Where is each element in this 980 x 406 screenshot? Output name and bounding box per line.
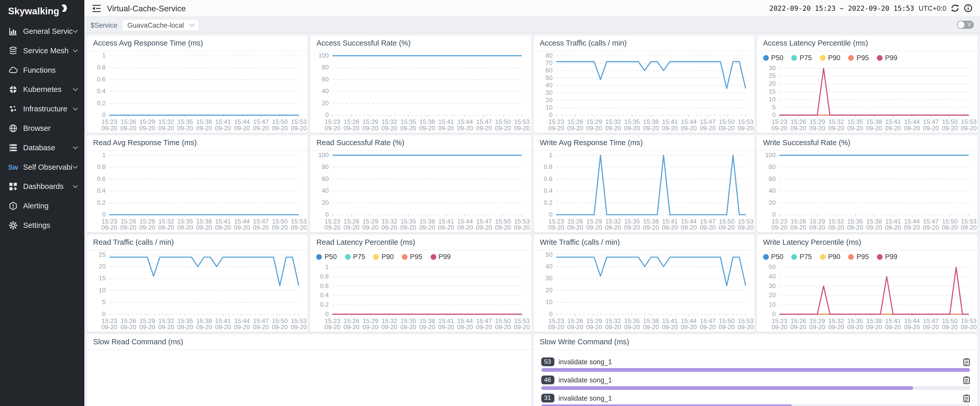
sidebar-item-label: Kubernetes [23,85,72,93]
line-chart: 00.20.40.60.8115:2309-2015:2609-2015:290… [87,51,308,133]
svg-text:15:47: 15:47 [476,317,492,324]
sidebar-item-dashboards[interactable]: Dashboards [0,177,84,196]
refresh-icon[interactable] [951,4,959,13]
globe-icon [9,124,18,132]
sidebar-item-infrastructure[interactable]: Infrastructure [0,99,84,118]
legend-item[interactable]: P90 [820,54,840,61]
line-chart: 0102030405060708015:2309-2015:2609-2015:… [533,51,754,133]
svg-text:15:26: 15:26 [344,317,360,324]
sidebar-item-kubernetes[interactable]: Kubernetes [0,80,84,99]
svg-text:09-20: 09-20 [234,224,250,231]
time-range-picker[interactable]: 2022-09-20 15:23 ~ 2022-09-20 15:53 [769,4,914,12]
svg-text:09-20: 09-20 [344,224,360,231]
sidebar-item-browser[interactable]: Browser [0,118,84,138]
legend-item[interactable]: P99 [877,54,897,61]
svg-text:09-20: 09-20 [942,125,958,131]
svg-text:15:47: 15:47 [253,118,269,125]
svg-text:09-20: 09-20 [719,224,735,231]
svg-text:15:53: 15:53 [737,118,753,125]
svg-text:15:26: 15:26 [567,317,583,324]
svg-text:09-20: 09-20 [885,125,901,131]
sidebar-item-service-mesh[interactable]: Service Mesh [0,41,84,60]
legend-item[interactable]: P95 [848,253,869,261]
svg-text:15:32: 15:32 [382,218,397,225]
chevron-down-icon [189,23,195,27]
svg-text:09-20: 09-20 [438,324,455,331]
svg-text:15:38: 15:38 [196,317,212,324]
copy-icon[interactable] [963,358,970,366]
svg-text:15:53: 15:53 [291,317,307,324]
svg-text:09-20: 09-20 [381,224,398,231]
line-chart: 02040608010015:2309-2015:2609-2015:2909-… [310,51,531,133]
sidebar-item-general-service[interactable]: General Service [0,21,84,41]
panel-title: Read Latency Percentile (ms) [310,235,531,250]
copy-icon[interactable] [963,394,970,402]
sidebar-item-database[interactable]: Database [0,138,84,157]
svg-text:15:29: 15:29 [586,118,602,125]
legend-item[interactable]: P50 [317,253,337,261]
skywalking-sw-icon: Sw [9,163,18,171]
svg-text:40: 40 [322,187,329,194]
duration-badge: 53 [541,357,554,366]
legend-dot-icon [791,55,797,61]
legend-item[interactable]: P50 [763,253,783,261]
info-icon[interactable] [964,4,972,13]
line-chart: P50P75P90P95P9900.20.40.60.8115:2309-201… [310,250,531,332]
svg-text:09-20: 09-20 [139,324,156,331]
svg-text:0.6: 0.6 [97,76,105,83]
svg-text:15:26: 15:26 [567,118,583,125]
svg-text:09-20: 09-20 [771,324,787,331]
svg-text:0: 0 [325,211,329,218]
svg-text:15:35: 15:35 [177,218,193,225]
svg-text:15:32: 15:32 [382,118,397,125]
legend-item[interactable]: P75 [345,253,365,261]
svg-text:09-20: 09-20 [942,224,958,231]
dashboard-grid-icon [9,182,18,190]
svg-text:40: 40 [545,82,552,89]
dashboard-grid: Access Avg Response Time (ms) 00.20.40.6… [84,33,980,406]
svg-text:09-20: 09-20 [420,224,436,231]
svg-text:15:44: 15:44 [234,317,250,324]
svg-text:15:35: 15:35 [401,317,416,324]
legend-item[interactable]: P99 [877,253,897,261]
legend-item[interactable]: P75 [791,253,812,261]
svg-text:0: 0 [549,211,552,218]
sidebar-item-settings[interactable]: Settings [0,215,84,235]
svg-text:09-20: 09-20 [699,324,716,331]
chevron-down-icon [73,165,78,169]
legend-item[interactable]: P90 [820,253,840,261]
svg-text:09-20: 09-20 [828,324,844,331]
legend-item[interactable]: P95 [402,253,422,261]
sidebar-item-alerting[interactable]: Alerting [0,196,84,215]
service-select[interactable]: GuavaCache-local [122,18,199,31]
copy-icon[interactable] [963,376,970,384]
svg-text:15:47: 15:47 [476,118,492,125]
sidebar-item-functions[interactable]: Functions [0,60,84,80]
svg-text:30: 30 [768,64,775,72]
legend-item[interactable]: P50 [763,54,783,61]
svg-text:15:26: 15:26 [344,218,360,225]
svg-text:09-20: 09-20 [809,324,825,331]
line-chart: P50P75P90P95P9905101520253015:2309-2015:… [757,51,978,133]
edit-mode-toggle[interactable]: V [957,21,974,29]
sidebar: Skywalking General Service Service Mesh … [0,0,84,406]
svg-text:15:29: 15:29 [363,118,378,125]
svg-text:15:44: 15:44 [681,218,696,225]
svg-text:15:38: 15:38 [643,218,659,225]
svg-text:15:50: 15:50 [719,218,734,225]
svg-text:15:32: 15:32 [828,317,844,324]
panel-slow-write-command: Slow Write Command (ms) 53invalidate son… [533,334,977,406]
legend-item[interactable]: P95 [848,54,869,61]
svg-text:09-20: 09-20 [737,324,754,331]
svg-text:09-20: 09-20 [495,324,511,331]
legend-item[interactable]: P75 [791,54,812,61]
svg-text:15:44: 15:44 [681,317,696,324]
svg-text:09-20: 09-20 [401,324,417,331]
sidebar-collapse-icon[interactable] [92,4,101,12]
svg-text:09-20: 09-20 [514,324,530,331]
legend-item[interactable]: P99 [430,253,451,261]
legend-item[interactable]: P90 [374,253,394,261]
slow-command-row: 46invalidate song_1 [541,376,970,390]
sidebar-item-self-observability[interactable]: Sw Self Observability [0,157,84,177]
svg-text:09-20: 09-20 [215,324,231,331]
